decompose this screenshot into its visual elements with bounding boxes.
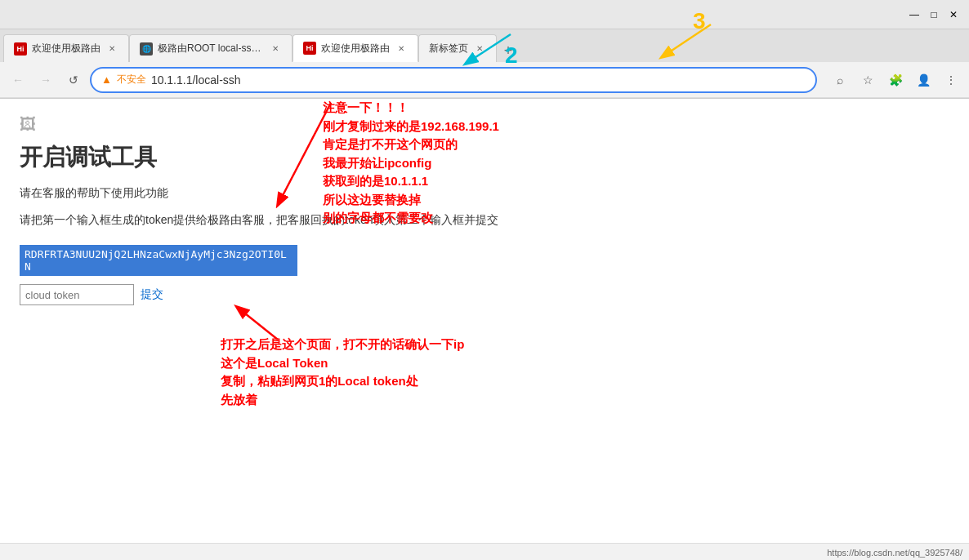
new-tab-button[interactable]: + xyxy=(497,39,520,62)
security-warning-icon: ▲ xyxy=(101,73,112,86)
search-icon-btn[interactable]: ⌕ xyxy=(828,69,851,91)
extension-icon-btn[interactable]: 🧩 xyxy=(884,69,907,91)
tab-1-title: 欢迎使用极路由 xyxy=(32,42,100,56)
toolbar-icons: ⌕ ☆ 🧩 👤 ⋮ xyxy=(828,69,962,91)
status-bar: https://blog.csdn.net/qq_3925748/ xyxy=(0,543,969,560)
address-bar-row: ← → ↺ ▲ 不安全 10.1.1.1/local-ssh ⌕ ☆ 🧩 👤 ⋮ xyxy=(0,62,969,98)
tab-3-close[interactable]: ✕ xyxy=(395,42,408,55)
tabs-bar: Hi 欢迎使用极路由 ✕ 🌐 极路由ROOT local-ssh利用工具 ✕ H… xyxy=(0,29,969,62)
account-icon-btn[interactable]: 👤 xyxy=(912,69,935,91)
tab-2-favicon: 🌐 xyxy=(140,42,153,56)
close-button[interactable]: ✕ xyxy=(944,6,962,24)
tab-4-close[interactable]: ✕ xyxy=(473,42,486,56)
token-display: RDRFRTA3NUU2NjQ2LHNzaCwxNjAyMjc3Nzg2OTI0… xyxy=(20,245,297,276)
input-row: 提交 xyxy=(20,284,949,305)
title-bar: — □ ✕ xyxy=(0,0,969,29)
tab-2[interactable]: 🌐 极路由ROOT local-ssh利用工具 ✕ xyxy=(129,34,292,62)
tab-1-favicon: Hi xyxy=(14,42,27,56)
tab-2-close[interactable]: ✕ xyxy=(269,42,282,56)
page-desc1: 请在客服的帮助下使用此功能 xyxy=(20,186,949,201)
cloud-token-input[interactable] xyxy=(20,284,134,305)
tab-1[interactable]: Hi 欢迎使用极路由 ✕ xyxy=(3,34,129,62)
tab-3-favicon: Hi xyxy=(303,42,316,55)
url-text: 10.1.1.1/local-ssh xyxy=(151,73,806,87)
submit-button[interactable]: 提交 xyxy=(141,287,163,302)
bookmark-icon-btn[interactable]: ☆ xyxy=(856,69,879,91)
reload-button[interactable]: ↺ xyxy=(62,69,85,91)
tab-3[interactable]: Hi 欢迎使用极路由 ✕ xyxy=(292,34,418,62)
window-controls: — □ ✕ xyxy=(905,6,962,24)
annotation-note2: 打开之后是这个页面，打不开的话确认一下ip 这个是Local Token 复制，… xyxy=(221,336,464,409)
broken-image: 🖼 xyxy=(20,115,949,134)
menu-icon-btn[interactable]: ⋮ xyxy=(940,69,962,91)
security-warning-label: 不安全 xyxy=(117,73,146,87)
page-title: 开启调试工具 xyxy=(20,142,949,173)
tab-1-close[interactable]: ✕ xyxy=(105,42,118,56)
forward-button[interactable]: → xyxy=(34,69,57,91)
page-content: 🖼 开启调试工具 请在客服的帮助下使用此功能 请把第一个输入框生成的token提… xyxy=(0,99,969,543)
address-bar[interactable]: ▲ 不安全 10.1.1.1/local-ssh xyxy=(90,67,817,93)
page-desc2: 请把第一个输入框生成的token提供给极路由客服，把客服回执的token填入第二… xyxy=(20,211,949,229)
tab-4-title: 新标签页 xyxy=(429,42,468,56)
tab-2-title: 极路由ROOT local-ssh利用工具 xyxy=(158,42,264,56)
maximize-button[interactable]: □ xyxy=(925,6,943,24)
tab-4[interactable]: 新标签页 ✕ xyxy=(418,34,497,62)
tab-3-title: 欢迎使用极路由 xyxy=(321,42,390,56)
minimize-button[interactable]: — xyxy=(905,6,923,24)
back-button[interactable]: ← xyxy=(7,69,29,91)
status-url: https://blog.csdn.net/qq_3925748/ xyxy=(827,548,962,558)
svg-line-4 xyxy=(237,307,278,340)
